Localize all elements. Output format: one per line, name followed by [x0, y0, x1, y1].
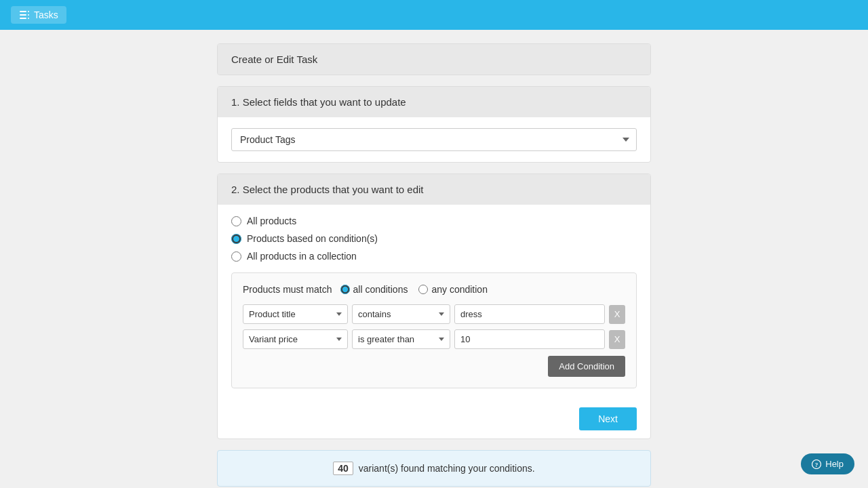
condition-2-operator-select[interactable]: is greater than is less than is equal to… — [352, 329, 450, 349]
radio-conditions[interactable] — [231, 234, 241, 244]
field-select[interactable]: Product Tags Product Title Product Vendo… — [231, 128, 637, 151]
condition-2-field-select[interactable]: Product title Variant price Product vend… — [243, 329, 348, 349]
status-count: 40 — [333, 462, 353, 475]
condition-2-value-input[interactable] — [454, 329, 605, 349]
condition-1-field-select[interactable]: Product title Variant price Product vend… — [243, 304, 348, 324]
conditions-box: Products must match all conditions any c… — [231, 272, 637, 388]
tasks-label: Tasks — [34, 9, 58, 20]
step2-body: All products Products based on condition… — [218, 205, 650, 399]
any-condition-text: any condition — [431, 284, 488, 295]
all-conditions-radio[interactable] — [340, 285, 350, 294]
condition-row-1: Product title Variant price Product vend… — [243, 304, 625, 324]
condition-1-remove-button[interactable]: X — [609, 305, 625, 324]
next-button[interactable]: Next — [579, 407, 637, 430]
status-bar: 40 variant(s) found matching your condit… — [217, 450, 651, 487]
product-selection-group: All products Products based on condition… — [231, 216, 637, 262]
radio-all-products-text: All products — [247, 216, 296, 226]
all-conditions-label[interactable]: all conditions — [340, 284, 408, 295]
tasks-icon — [19, 9, 30, 20]
page-section: Create or Edit Task — [217, 43, 651, 75]
tasks-nav-item[interactable]: Tasks — [11, 6, 66, 24]
any-condition-radio[interactable] — [418, 285, 428, 294]
radio-conditions-label[interactable]: Products based on condition(s) — [231, 233, 637, 244]
svg-rect-5 — [28, 18, 29, 19]
radio-collection-label[interactable]: All products in a collection — [231, 251, 637, 262]
next-row: Next — [218, 399, 650, 439]
match-label: Products must match — [243, 284, 332, 295]
topbar: Tasks — [0, 0, 868, 30]
condition-1-value-input[interactable] — [454, 304, 605, 324]
condition-2-remove-button[interactable]: X — [609, 330, 625, 349]
status-text: variant(s) found matching your condition… — [359, 463, 535, 474]
svg-rect-1 — [20, 14, 26, 16]
match-row: Products must match all conditions any c… — [243, 284, 625, 295]
add-condition-button[interactable]: Add Condition — [548, 356, 625, 377]
help-button[interactable]: ? Help — [801, 453, 854, 474]
match-options: all conditions any condition — [340, 284, 488, 295]
svg-rect-2 — [20, 18, 26, 19]
condition-1-operator-select[interactable]: contains does not contain is equal to is… — [352, 304, 450, 324]
add-condition-row: Add Condition — [243, 356, 625, 377]
step2-label: 2. Select the products that you want to … — [218, 174, 650, 205]
radio-collection-text: All products in a collection — [247, 251, 357, 262]
svg-text:?: ? — [815, 462, 818, 468]
help-label: Help — [825, 459, 844, 469]
step1-section: 1. Select fields that you want to update… — [217, 86, 651, 163]
radio-collection[interactable] — [231, 251, 241, 262]
svg-rect-4 — [28, 14, 29, 16]
main-content: Create or Edit Task 1. Select fields tha… — [217, 30, 651, 488]
svg-rect-0 — [20, 11, 26, 12]
step2-section: 2. Select the products that you want to … — [217, 174, 651, 439]
any-condition-label[interactable]: any condition — [418, 284, 488, 295]
all-conditions-text: all conditions — [353, 284, 408, 295]
radio-all-products[interactable] — [231, 216, 241, 226]
page-title: Create or Edit Task — [218, 44, 650, 75]
radio-all-products-label[interactable]: All products — [231, 216, 637, 226]
step1-body: Product Tags Product Title Product Vendo… — [218, 117, 650, 162]
step1-label: 1. Select fields that you want to update — [218, 87, 650, 117]
radio-conditions-text: Products based on condition(s) — [247, 233, 378, 244]
help-icon: ? — [812, 460, 821, 469]
condition-row-2: Product title Variant price Product vend… — [243, 329, 625, 349]
svg-rect-3 — [28, 11, 29, 12]
